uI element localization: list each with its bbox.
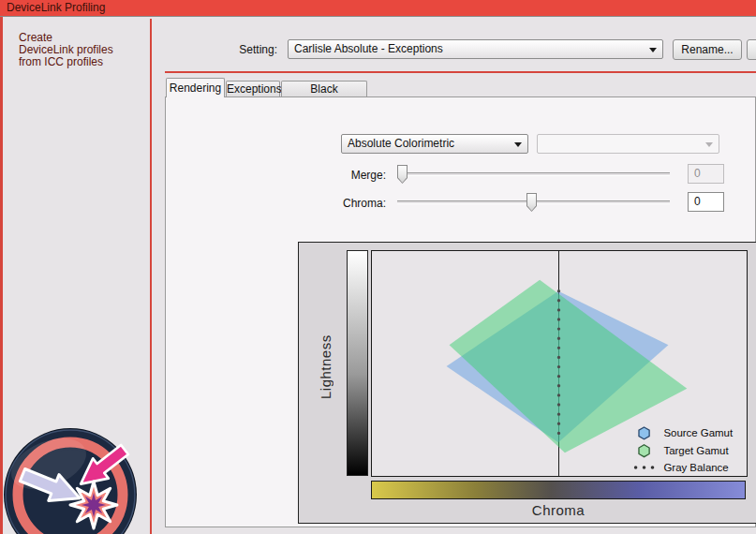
gamut-plot-svg: Source GamutTarget GamutGray Balance xyxy=(372,251,747,476)
chevron-down-icon xyxy=(705,142,713,147)
merge-label: Merge: xyxy=(309,169,386,182)
svg-text:Gray Balance: Gray Balance xyxy=(663,462,728,473)
svg-text:Source Gamut: Source Gamut xyxy=(663,427,733,438)
title-bar: DeviceLink Profiling xyxy=(0,0,756,17)
setting-label: Setting: xyxy=(225,43,277,56)
window-title: DeviceLink Profiling xyxy=(7,1,105,14)
chevron-down-icon xyxy=(514,142,522,147)
chroma-gradient-bar xyxy=(371,481,746,499)
sidebar-description: Create DeviceLink profiles from ICC prof… xyxy=(19,32,113,68)
sidebar-line: from ICC profiles xyxy=(19,56,113,68)
setting-selected-value: Carlisle Absolute - Exceptions xyxy=(294,42,443,55)
tab-black-generation[interactable]: Black Generation xyxy=(281,81,367,97)
lightness-gradient-bar xyxy=(347,250,368,476)
chroma-axis-label: Chroma xyxy=(371,502,746,518)
sidebar-separator xyxy=(150,19,152,534)
devicelink-profiling-window: DeviceLink Profiling Create DeviceLink p… xyxy=(0,0,756,534)
chevron-down-icon xyxy=(649,48,657,52)
merge-slider-track[interactable] xyxy=(397,172,670,176)
starburst-icon xyxy=(70,482,117,528)
rename-button[interactable]: Rename... xyxy=(673,39,742,60)
rendering-intent-value: Absolute Colorimetric xyxy=(348,137,454,150)
cutoff-button[interactable] xyxy=(747,39,756,60)
svg-text:Target Gamut: Target Gamut xyxy=(663,445,729,456)
merge-value-field: 0 xyxy=(688,164,724,184)
setting-select[interactable]: Carlisle Absolute - Exceptions xyxy=(288,39,663,59)
lightness-axis-label: Lightness xyxy=(318,285,336,449)
rendering-intent-select[interactable]: Absolute Colorimetric xyxy=(341,134,528,154)
chroma-label: Chroma: xyxy=(309,197,386,210)
tab-rendering[interactable]: Rendering xyxy=(166,78,225,97)
tab-exceptions[interactable]: Exceptions xyxy=(226,81,280,97)
gamut-chart-panel: Lightness Source GamutTarget GamutGray B… xyxy=(298,242,756,524)
app-logo-icon xyxy=(0,426,141,534)
chroma-value-field[interactable]: 0 xyxy=(688,192,724,212)
secondary-select-disabled xyxy=(537,134,719,154)
gamut-plot: Source GamutTarget GamutGray Balance xyxy=(371,250,748,477)
header-separator xyxy=(165,71,756,73)
